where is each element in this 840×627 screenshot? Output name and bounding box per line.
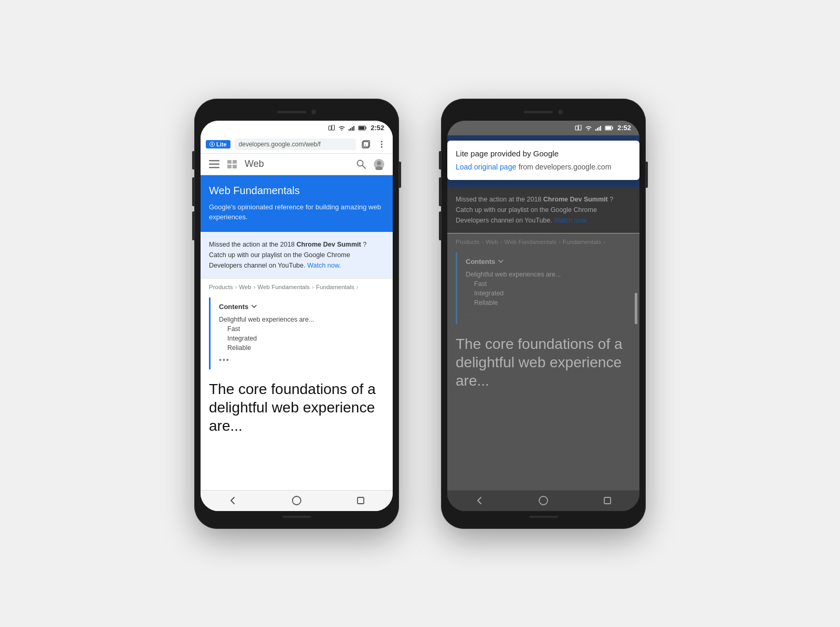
right-chevron-down-icon <box>497 258 505 265</box>
svg-rect-27 <box>358 497 364 504</box>
svg-rect-1 <box>332 125 334 130</box>
right-recents-button[interactable] <box>600 493 615 508</box>
menu-icon[interactable] <box>376 139 387 150</box>
right-watch-now-link[interactable]: Watch now. <box>554 217 587 224</box>
svg-point-24 <box>377 161 381 165</box>
right-contents-list: Delightful web experiences are... Fast I… <box>466 270 623 307</box>
sim-icon <box>328 125 335 131</box>
right-home-circle-icon <box>538 495 549 506</box>
wifi-icon-dark <box>585 125 592 131</box>
svg-rect-37 <box>604 497 611 504</box>
search-icon[interactable] <box>355 158 368 171</box>
home-button[interactable] <box>289 493 304 508</box>
right-home-button[interactable] <box>536 493 551 508</box>
right-phone-wrapper: 2:52 Lite page provided by Google Load o… <box>441 99 646 529</box>
lite-popup: Lite page provided by Google Load origin… <box>447 141 639 180</box>
list-item[interactable]: Integrated <box>219 334 376 343</box>
svg-line-22 <box>363 165 366 168</box>
left-time: 2:52 <box>371 124 384 132</box>
front-camera <box>311 110 316 114</box>
search-svg-icon <box>356 159 366 169</box>
left-address-bar[interactable]: developers.google.com/web/f <box>235 139 356 150</box>
right-breadcrumb-web: Web <box>486 239 498 245</box>
right-phone-speaker <box>524 111 553 113</box>
svg-text:1: 1 <box>364 143 366 146</box>
right-phone-top-area <box>447 105 639 121</box>
right-breadcrumb-products: Products <box>456 239 479 245</box>
svg-rect-31 <box>597 128 598 131</box>
google-developers-icon <box>227 160 238 168</box>
menu-lines-icon <box>209 160 219 168</box>
back-arrow-icon <box>227 495 238 506</box>
hamburger-menu-icon[interactable] <box>208 158 220 171</box>
right-power-button <box>399 162 401 188</box>
list-item[interactable]: Reliable <box>466 298 623 307</box>
left-contents-more: ••• <box>219 356 376 364</box>
svg-rect-20 <box>233 165 237 168</box>
signal-icon-dark <box>595 125 602 131</box>
battery-icon <box>358 125 368 131</box>
phone-bottom-bar <box>282 516 311 518</box>
sim-icon-dark <box>575 125 582 131</box>
svg-rect-18 <box>233 160 237 164</box>
left-hero-subtitle: Google's opinionated reference for build… <box>209 202 384 222</box>
left-contents-label: Contents <box>219 303 248 311</box>
right-notice-text-1: Missed the action at the 2018 <box>456 196 543 203</box>
right-main-heading: The core foundations of a delightful web… <box>447 326 639 397</box>
svg-point-13 <box>381 146 383 147</box>
tab-icon[interactable]: 1 <box>360 139 372 150</box>
right-breadcrumb-fundamentals: Fundamentals <box>563 239 601 245</box>
svg-rect-30 <box>595 129 596 131</box>
list-item[interactable]: Delightful web experiences are... <box>466 270 623 279</box>
right-page-content: Web Fundamentals Google's opinionated re… <box>447 135 639 511</box>
right-phone-screen: 2:52 Lite page provided by Google Load o… <box>447 121 639 511</box>
left-phone-screen: 2:52 Lite developers.google.com/web/f 1 <box>201 121 393 511</box>
signal-icon <box>348 125 355 131</box>
left-hero-section: Web Fundamentals Google's opinionated re… <box>201 175 393 232</box>
svg-point-12 <box>381 143 383 145</box>
load-original-link[interactable]: Load original page <box>456 163 516 171</box>
right-status-bar: 2:52 <box>447 121 639 135</box>
list-item[interactable]: Fast <box>219 324 376 334</box>
right-status-icons <box>575 125 614 131</box>
svg-rect-2 <box>349 129 350 131</box>
list-item[interactable]: Delightful web experiences are... <box>219 315 376 324</box>
right-contents-header: Contents <box>466 258 623 265</box>
svg-rect-0 <box>329 126 331 130</box>
left-contents-header: Contents <box>219 303 376 311</box>
watch-now-link[interactable]: Watch now. <box>307 262 341 269</box>
breadcrumb-products: Products <box>209 284 233 290</box>
lite-badge-icon <box>209 142 215 147</box>
right-scroll-indicator <box>635 293 637 324</box>
left-breadcrumb: Products › Web › Web Fundamentals › Fund… <box>201 279 393 295</box>
list-item[interactable]: Reliable <box>219 343 376 353</box>
breadcrumb-fundamentals: Fundamentals <box>316 284 354 290</box>
recents-button[interactable] <box>353 493 369 508</box>
right-breadcrumb-sep-3: › <box>559 239 561 245</box>
left-main-heading: The core foundations of a delightful web… <box>201 371 393 442</box>
left-notice-banner: Missed the action at the 2018 Chrome Dev… <box>201 232 393 279</box>
svg-point-21 <box>358 160 363 166</box>
svg-rect-17 <box>227 160 232 164</box>
left-status-icons <box>328 125 368 131</box>
left-button-3 <box>192 211 194 240</box>
right-breadcrumb-sep-4: › <box>603 239 605 245</box>
list-item[interactable]: Fast <box>466 279 623 289</box>
right-back-arrow-icon <box>474 495 485 506</box>
lite-badge[interactable]: Lite <box>206 140 230 148</box>
right-power-button-2 <box>646 162 648 188</box>
back-button[interactable] <box>225 493 240 508</box>
breadcrumb-sep-1: › <box>235 284 237 290</box>
list-item[interactable]: Integrated <box>466 289 623 298</box>
notice-text-1: Missed the action at the 2018 <box>209 241 297 248</box>
phone-bottom-area <box>201 511 393 523</box>
left-hero-title: Web Fundamentals <box>209 185 384 197</box>
account-icon[interactable] <box>373 158 385 171</box>
svg-rect-4 <box>352 127 353 131</box>
breadcrumb-sep-4: › <box>356 284 359 290</box>
popup-link-row: Load original page from developers.googl… <box>456 162 631 172</box>
svg-point-36 <box>539 496 548 505</box>
right-back-button[interactable] <box>471 493 487 508</box>
overflow-menu-icon <box>377 140 386 149</box>
battery-icon-dark <box>605 125 614 131</box>
